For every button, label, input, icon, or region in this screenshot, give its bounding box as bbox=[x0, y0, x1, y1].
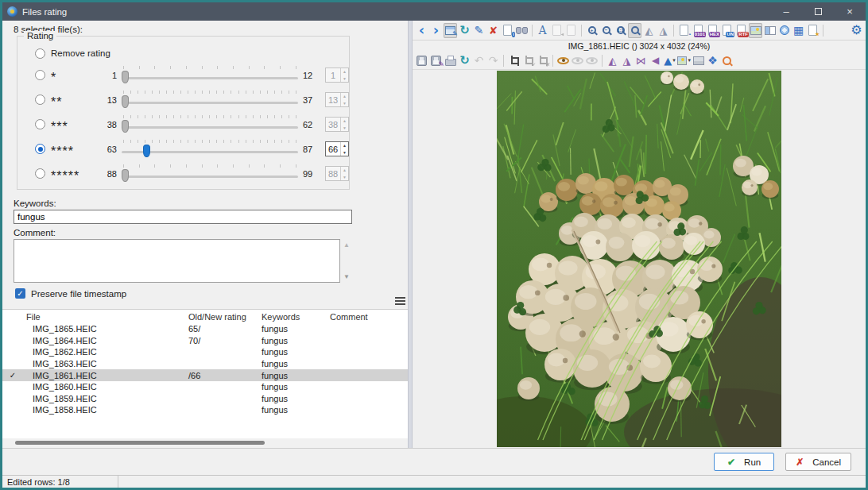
spinner-up-icon[interactable]: ▲ bbox=[341, 118, 348, 125]
spinner-down-icon[interactable]: ▼ bbox=[341, 174, 348, 181]
rating-slider[interactable] bbox=[122, 114, 298, 135]
flip-vertical-icon[interactable]: ◀ bbox=[649, 53, 662, 68]
comment-scroll-down-icon[interactable]: ▼ bbox=[343, 273, 350, 280]
rating-value-spinner[interactable]: 88▲▼ bbox=[325, 166, 349, 181]
previous-image-icon[interactable]: ‹ bbox=[415, 23, 428, 38]
unicode-view-icon[interactable]: UN bbox=[720, 23, 734, 38]
grayscale-image-icon[interactable] bbox=[692, 53, 705, 68]
col-rating[interactable]: Old/New rating bbox=[188, 312, 262, 322]
rotate-left-icon[interactable]: ◭ bbox=[606, 53, 619, 68]
adjust-image-icon[interactable]: ▾ bbox=[677, 53, 691, 68]
page-back-icon[interactable]: ◂ bbox=[550, 23, 564, 38]
keywords-input[interactable] bbox=[14, 210, 352, 224]
rating-slider[interactable] bbox=[122, 139, 298, 160]
crop-cancel-icon[interactable]: ✗ bbox=[536, 53, 549, 68]
eye-compare-icon[interactable] bbox=[571, 53, 584, 68]
zoom-out-icon[interactable]: − bbox=[599, 23, 613, 38]
hex-view-icon[interactable]: HEX bbox=[706, 23, 719, 38]
rating-radio-2star[interactable] bbox=[35, 95, 45, 105]
web-view-icon[interactable] bbox=[777, 23, 791, 38]
edit-pencil-icon[interactable]: ✎ bbox=[472, 23, 486, 38]
run-button[interactable]: ✔ Run bbox=[714, 453, 774, 471]
maximize-button[interactable] bbox=[802, 2, 834, 21]
cancel-button[interactable]: ✗ Cancel bbox=[785, 453, 851, 471]
mosaic-icon[interactable]: ❖ bbox=[706, 53, 719, 68]
page-blank-icon[interactable] bbox=[564, 23, 578, 38]
rating-slider[interactable] bbox=[122, 164, 298, 184]
rotate-right-icon[interactable]: ◮ bbox=[620, 53, 634, 68]
spinner-down-icon[interactable]: ▼ bbox=[341, 100, 348, 107]
rating-radio-1star[interactable] bbox=[35, 70, 45, 80]
next-image-icon[interactable]: › bbox=[429, 23, 443, 38]
viewer-canvas[interactable] bbox=[413, 70, 866, 448]
spinner-up-icon[interactable]: ▲ bbox=[341, 142, 348, 149]
template-page-icon[interactable]: ★ bbox=[806, 23, 820, 38]
save-as-icon[interactable]: ✎ bbox=[429, 53, 443, 68]
col-comment[interactable]: Comment bbox=[330, 312, 408, 322]
table-row[interactable]: IMG_1863.HEICfungus bbox=[2, 358, 408, 370]
table-row[interactable]: IMG_1864.HEIC70/fungus bbox=[2, 335, 408, 347]
zoom-in-icon[interactable]: + bbox=[585, 23, 599, 38]
col-keywords[interactable]: Keywords bbox=[262, 312, 330, 322]
crop-icon[interactable] bbox=[507, 53, 521, 68]
rating-value-spinner[interactable]: 1▲▼ bbox=[325, 68, 349, 83]
rating-slider-thumb[interactable] bbox=[122, 169, 129, 182]
text-view-icon[interactable]: A bbox=[536, 23, 549, 38]
minimize-button[interactable]: – bbox=[770, 2, 802, 21]
rating-radio-3star[interactable] bbox=[35, 119, 45, 129]
find-binoculars-icon[interactable] bbox=[515, 23, 529, 38]
copy-view-icon[interactable]: ▪ bbox=[677, 23, 691, 38]
save-icon[interactable] bbox=[415, 53, 428, 68]
print-preview-icon[interactable] bbox=[444, 53, 457, 68]
spinner-down-icon[interactable]: ▼ bbox=[341, 75, 348, 83]
rating-slider-thumb[interactable] bbox=[122, 120, 129, 133]
reload-file-icon[interactable]: ↻ bbox=[458, 23, 471, 38]
image-view-icon[interactable] bbox=[749, 23, 762, 38]
settings-gear-icon[interactable]: ⚙ bbox=[850, 23, 863, 38]
rating-slider[interactable] bbox=[122, 90, 298, 110]
zoom-fit-icon[interactable] bbox=[628, 23, 641, 38]
preserve-timestamp-checkbox[interactable]: ✓ bbox=[15, 288, 25, 299]
preview-eye-icon[interactable] bbox=[556, 53, 570, 68]
undo-icon[interactable]: ↶ bbox=[472, 53, 486, 68]
split-view-icon[interactable] bbox=[763, 23, 777, 38]
table-row[interactable]: IMG_1858.HEICfungus bbox=[2, 404, 408, 416]
rtf-view-icon[interactable]: RTF bbox=[734, 23, 748, 38]
enlarge-fit-icon[interactable]: ◮ bbox=[657, 23, 670, 38]
redo-icon[interactable]: ↷ bbox=[486, 53, 500, 68]
shrink-fit-icon[interactable]: ◭ bbox=[642, 23, 656, 38]
list-menu-icon[interactable] bbox=[393, 295, 407, 307]
rating-slider-thumb[interactable] bbox=[122, 71, 129, 83]
file-info-icon[interactable]: i bbox=[501, 23, 514, 38]
spinner-up-icon[interactable]: ▲ bbox=[341, 68, 348, 75]
examine-loupe-icon[interactable] bbox=[720, 53, 734, 68]
remove-rating-radio[interactable] bbox=[35, 48, 45, 59]
tiles-view-icon[interactable]: ▦ bbox=[792, 23, 805, 38]
rating-slider-thumb[interactable] bbox=[143, 145, 150, 157]
horizontal-scrollbar[interactable] bbox=[2, 438, 408, 448]
close-button[interactable]: × bbox=[834, 2, 866, 21]
auto-adjust-icon[interactable]: ▲▾ bbox=[663, 53, 676, 68]
browse-mode-icon[interactable]: ✎ bbox=[444, 23, 457, 38]
spinner-down-icon[interactable]: ▼ bbox=[341, 149, 348, 156]
rating-slider-thumb[interactable] bbox=[122, 95, 129, 108]
comment-scroll-up-icon[interactable]: ▲ bbox=[343, 241, 350, 249]
spinner-up-icon[interactable]: ▲ bbox=[341, 93, 348, 100]
table-row[interactable]: IMG_1860.HEICfungus bbox=[2, 381, 408, 393]
rating-slider[interactable] bbox=[122, 65, 298, 86]
comment-textarea[interactable] bbox=[14, 239, 340, 283]
eye-off-icon[interactable] bbox=[585, 53, 599, 68]
table-row[interactable]: IMG_1865.HEIC65/fungus bbox=[2, 323, 408, 335]
flip-horizontal-icon[interactable]: ⋈ bbox=[634, 53, 648, 68]
delete-icon[interactable]: ✘ bbox=[486, 23, 500, 38]
reload-image-icon[interactable]: ↻ bbox=[458, 53, 471, 68]
rating-value-spinner[interactable]: 66▲▼ bbox=[325, 141, 349, 156]
rating-radio-5star[interactable] bbox=[35, 168, 45, 179]
spinner-down-icon[interactable]: ▼ bbox=[341, 125, 348, 132]
zoom-one-to-one-icon[interactable]: 1:1 bbox=[614, 23, 627, 38]
col-file[interactable]: File bbox=[23, 312, 188, 322]
spinner-up-icon[interactable]: ▲ bbox=[341, 167, 348, 174]
table-row[interactable]: IMG_1859.HEICfungus bbox=[2, 393, 408, 405]
rating-value-spinner[interactable]: 38▲▼ bbox=[325, 117, 349, 132]
table-row[interactable]: IMG_1862.HEICfungus bbox=[2, 346, 408, 358]
